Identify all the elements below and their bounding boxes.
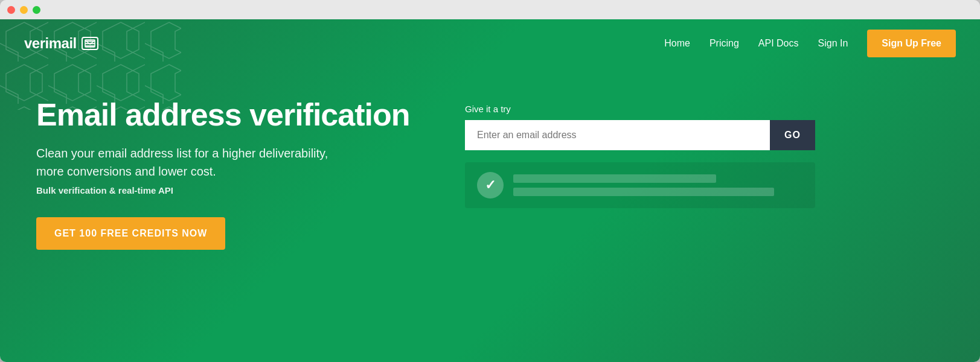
- logo-icon: [82, 37, 98, 50]
- hero-title: Email address verification: [36, 98, 429, 132]
- result-line-1: [513, 174, 716, 183]
- hero-description: Clean your email address list for a high…: [36, 144, 429, 180]
- logo-text: verimail: [24, 35, 77, 52]
- check-circle: ✓: [477, 172, 504, 198]
- minimize-button[interactable]: [20, 6, 28, 14]
- mail-icon: [85, 39, 95, 48]
- email-input-row: GO: [465, 120, 815, 150]
- go-button[interactable]: GO: [770, 120, 815, 150]
- nav-sign-in[interactable]: Sign In: [818, 38, 848, 48]
- hero-right: Give it a try GO ✓: [465, 98, 815, 208]
- email-input[interactable]: [465, 120, 770, 150]
- browser-window: verimail Home Pricing API Docs Sign In S…: [0, 0, 980, 362]
- main-content: verimail Home Pricing API Docs Sign In S…: [0, 19, 980, 362]
- title-bar: [0, 0, 980, 19]
- hero-left: Email address verification Clean your em…: [36, 98, 429, 250]
- logo-link[interactable]: verimail: [24, 35, 98, 52]
- give-try-label: Give it a try: [465, 104, 815, 114]
- get-credits-button[interactable]: GET 100 FREE CREDITS NOW: [36, 217, 225, 250]
- hero-section: Email address verification Clean your em…: [0, 68, 980, 250]
- signup-free-button[interactable]: Sign Up Free: [867, 30, 956, 57]
- check-icon: ✓: [485, 177, 496, 193]
- svg-rect-4: [85, 40, 95, 47]
- nav-home[interactable]: Home: [664, 38, 690, 48]
- nav-pricing[interactable]: Pricing: [709, 38, 739, 48]
- maximize-button[interactable]: [33, 6, 40, 14]
- close-button[interactable]: [7, 6, 15, 14]
- nav-api-docs[interactable]: API Docs: [758, 38, 799, 48]
- result-area: ✓: [465, 162, 815, 208]
- navbar: verimail Home Pricing API Docs Sign In S…: [0, 19, 980, 68]
- result-lines: [513, 174, 803, 196]
- hero-subtitle: Bulk verification & real-time API: [36, 185, 429, 195]
- nav-links: Home Pricing API Docs Sign In: [664, 38, 848, 49]
- result-line-2: [513, 188, 774, 196]
